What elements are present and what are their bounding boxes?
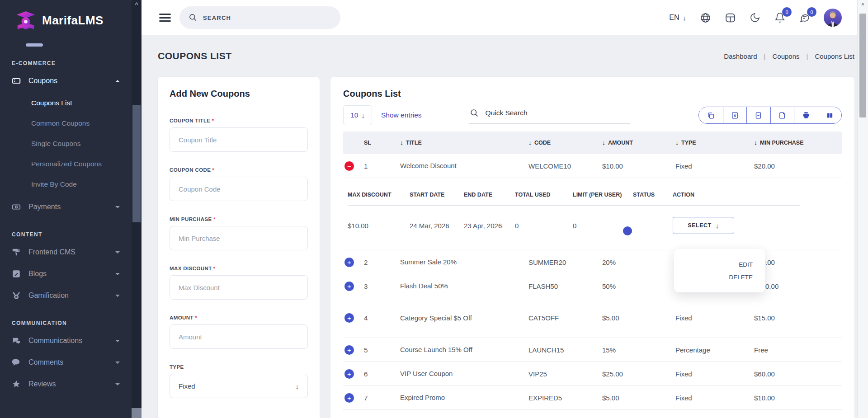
scroll-up-icon[interactable]: ^	[132, 0, 142, 9]
coupon-title-field[interactable]	[170, 127, 308, 152]
excel-export-button[interactable]	[723, 107, 747, 123]
expand-row-button[interactable]: +	[344, 369, 354, 379]
column-header-code[interactable]: ↓CODE	[528, 139, 602, 146]
notifications-bell-icon[interactable]: 0	[774, 12, 786, 23]
required-mark: *	[213, 216, 216, 222]
language-dropdown[interactable]: EN ↓	[669, 14, 686, 22]
cell-sl: 7	[364, 394, 400, 402]
row-action-select-button[interactable]: SELECT ↓	[673, 217, 734, 234]
page-scrollbar-thumb[interactable]	[859, 14, 866, 117]
app-title: MarifaLMS	[42, 14, 104, 28]
expand-row-button[interactable]: +	[344, 282, 354, 291]
section-label-content: CONTENT	[0, 231, 132, 238]
column-header-type[interactable]: ↓TYPE	[675, 139, 754, 146]
quick-search-input[interactable]	[486, 109, 629, 117]
expand-row-button[interactable]: +	[344, 258, 354, 267]
collapse-row-button[interactable]: −	[344, 161, 354, 171]
sidebar-scrollbar[interactable]: ^	[132, 0, 142, 418]
max-discount-field[interactable]	[170, 275, 308, 300]
sidebar-item-blogs[interactable]: Blogs	[0, 263, 132, 285]
expand-row-button[interactable]: +	[344, 393, 354, 403]
page-scrollbar[interactable]: ^	[857, 0, 868, 418]
detail-header-max-discount: MAX DISCOUNT	[348, 192, 410, 198]
cell-sl: 1	[364, 162, 400, 170]
messages-chat-icon[interactable]: 0	[799, 12, 811, 23]
page-title: COUPONS LIST	[158, 51, 232, 61]
copy-export-button[interactable]	[699, 107, 723, 123]
scroll-up-icon[interactable]: ^	[858, 0, 868, 10]
layout-card-icon[interactable]	[724, 12, 736, 23]
breadcrumb-coupons[interactable]: Coupons	[772, 52, 799, 60]
chat-bubbles-icon	[12, 336, 21, 345]
pencil-square-icon	[12, 269, 21, 278]
table-row: + 3 Flash Deal 50% FLASH50 50% Percentag…	[343, 274, 842, 298]
sidebar-item-coupons[interactable]: Coupons	[0, 70, 132, 92]
expand-row-button[interactable]: +	[344, 313, 354, 323]
sidebar-item-coupons-list[interactable]: Coupons List	[0, 93, 132, 113]
menu-item-delete[interactable]: DELETE	[729, 272, 753, 282]
amount-field[interactable]	[170, 324, 308, 349]
cell-sl: 5	[364, 346, 400, 354]
sidebar-item-comments[interactable]: Comments	[0, 352, 132, 373]
csv-export-button[interactable]	[746, 107, 770, 123]
field-label: AMOUNT*	[170, 315, 308, 320]
list-title: Coupons List	[343, 89, 842, 99]
chevron-down-icon	[115, 206, 120, 208]
sidebar-item-personalized-coupons[interactable]: Personalized Coupons	[0, 154, 132, 174]
sidebar-item-label: Blogs	[28, 270, 47, 278]
coupon-code-field[interactable]	[170, 177, 308, 201]
menu-toggle-icon[interactable]	[159, 12, 171, 24]
detail-values-row: $10.00 24 Mar, 2026 23 Apr, 2026 0 0 SEL…	[348, 216, 842, 235]
globe-icon[interactable]	[699, 12, 711, 23]
detail-header-action: ACTION	[673, 192, 800, 198]
pdf-export-button[interactable]	[770, 107, 794, 123]
cell-code: WELCOME10	[528, 162, 602, 170]
sidebar-item-reviews[interactable]: Reviews	[0, 373, 132, 395]
column-header-min-purchase[interactable]: ↓MIN PURCHASE	[754, 139, 842, 146]
sidebar-item-invite-by-code[interactable]: Invite By Code	[0, 174, 132, 194]
messages-badge: 0	[807, 7, 816, 17]
sidebar-scrollbar-end[interactable]	[132, 408, 142, 418]
required-mark: *	[195, 315, 197, 320]
chevron-up-icon	[115, 80, 120, 82]
sidebar-item-common-coupons[interactable]: Common Coupons	[0, 113, 132, 133]
user-avatar[interactable]	[824, 9, 842, 27]
chevron-down-icon	[115, 383, 120, 385]
breadcrumb-coupons-list: Coupons List	[815, 52, 854, 60]
sidebar-item-payments[interactable]: Payments	[0, 196, 132, 218]
sidebar-item-label: Comments	[28, 358, 63, 366]
detail-header-total-used: TOTAL USED	[515, 192, 573, 198]
cell-code: LAUNCH15	[528, 346, 602, 354]
cell-title: Course Launch 15% Off	[400, 342, 528, 357]
sidebar-item-single-coupons[interactable]: Single Coupons	[0, 133, 132, 154]
export-toolbar	[698, 107, 842, 124]
menu-item-edit[interactable]: EDIT	[739, 259, 753, 270]
sidebar-collapsed-item-indicator[interactable]	[26, 43, 43, 47]
column-visibility-button[interactable]	[818, 107, 842, 123]
add-coupon-card: Add New Coupons COUPON TITLE* COUPON COD…	[158, 77, 320, 418]
min-purchase-field[interactable]	[170, 226, 308, 250]
global-search-input[interactable]	[203, 14, 331, 21]
sidebar-item-label: Gamification	[28, 291, 69, 300]
sidebar-item-gamification[interactable]: Gamification	[0, 285, 132, 306]
required-mark: *	[212, 167, 214, 173]
sort-icon: ↓	[400, 139, 403, 146]
sidebar-item-frontend-cms[interactable]: Frontend CMS	[0, 241, 132, 263]
dark-mode-moon-icon[interactable]	[749, 12, 761, 23]
cell-min-purchase: $50.00	[754, 258, 842, 266]
print-export-button[interactable]	[794, 107, 818, 123]
column-header-title[interactable]: ↓TITLE	[400, 139, 528, 146]
sidebar-item-label: Payments	[28, 203, 61, 211]
breadcrumb-dashboard[interactable]: Dashboard	[724, 52, 757, 60]
sidebar-item-communications[interactable]: Communications	[0, 330, 132, 352]
column-header-amount[interactable]: ↓AMOUNT	[602, 139, 675, 146]
cell-sl: 3	[364, 282, 400, 290]
cell-amount: $5.00	[602, 394, 675, 402]
cell-code: SUMMER20	[528, 258, 602, 266]
sidebar-scrollbar-thumb[interactable]	[132, 105, 141, 222]
entries-per-page-select[interactable]: 10 ↓	[343, 105, 372, 125]
expand-row-button[interactable]: +	[344, 345, 354, 355]
cell-type: Fixed	[675, 394, 754, 402]
table-row: + 6 VIP User Coupon VIP25 $25.00 Fixed $…	[343, 362, 842, 386]
type-select[interactable]: Fixed ↓	[170, 374, 308, 398]
